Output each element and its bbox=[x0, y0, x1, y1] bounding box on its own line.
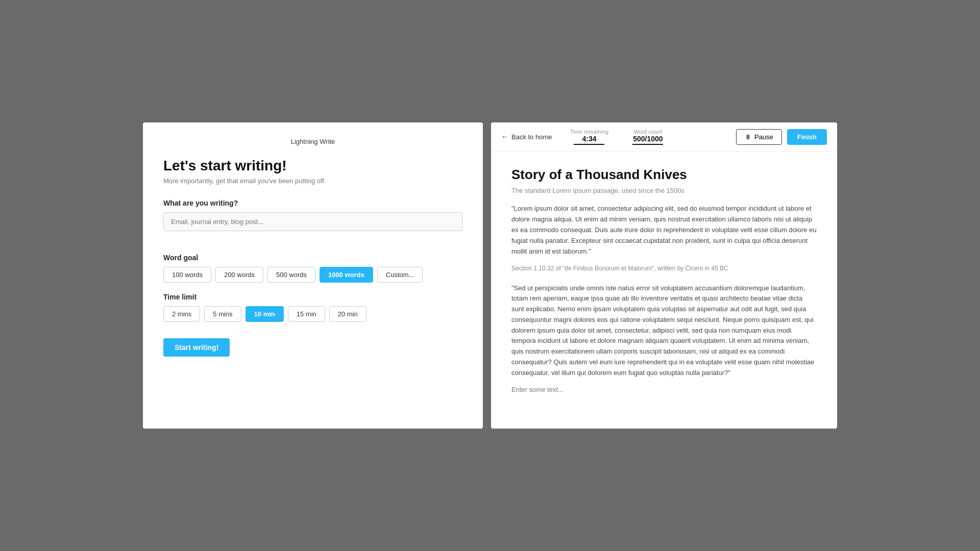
what-section: What are you writing? bbox=[163, 199, 462, 243]
write-area[interactable] bbox=[511, 386, 817, 416]
right-header: ← Back to home Time remaining 4:34 Word … bbox=[491, 122, 837, 152]
time-15min[interactable]: 15 min bbox=[288, 306, 325, 322]
word-goal-custom[interactable]: Custom... bbox=[377, 267, 423, 283]
story-body: "Lorem ipsum dolor sit amet, consectetur… bbox=[511, 204, 817, 378]
finish-button[interactable]: Finish bbox=[787, 129, 827, 145]
word-goal-200[interactable]: 200 words bbox=[215, 267, 263, 283]
pause-button[interactable]: ⏸ Pause bbox=[736, 129, 782, 145]
story-citation: Section 1.10.32 of "de Finibus Bonorum e… bbox=[511, 264, 817, 273]
time-10min[interactable]: 10 min bbox=[246, 306, 284, 322]
time-limit-options: 2 mins 5 mins 10 min 15 min 20 min bbox=[163, 306, 462, 322]
start-button[interactable]: Start writing! bbox=[163, 338, 230, 357]
word-goal-options: 100 words 200 words 500 words 1000 words… bbox=[163, 267, 462, 283]
pause-label: Pause bbox=[754, 133, 773, 141]
story-para1: "Lorem ipsum dolor sit amet, consectetur… bbox=[511, 204, 817, 257]
time-5min[interactable]: 5 mins bbox=[204, 306, 241, 322]
word-goal-label: Word goal bbox=[163, 254, 462, 262]
main-heading: Let's start writing! bbox=[163, 158, 462, 174]
time-2min[interactable]: 2 mins bbox=[163, 306, 200, 322]
story-title: Story of a Thousand Knives bbox=[511, 167, 817, 183]
time-remaining-label: Time remaining bbox=[570, 129, 608, 135]
time-remaining-stat: Time remaining 4:34 bbox=[560, 129, 619, 145]
word-goal-500[interactable]: 500 words bbox=[267, 267, 315, 283]
word-goal-100[interactable]: 100 words bbox=[163, 267, 211, 283]
time-remaining-value: 4:34 bbox=[574, 135, 604, 145]
right-content: Story of a Thousand Knives The standard … bbox=[491, 152, 837, 428]
back-label: Back to home bbox=[511, 133, 552, 141]
word-goal-section: Word goal 100 words 200 words 500 words … bbox=[163, 254, 462, 283]
left-panel: Lightning Write Let's start writing! Mor… bbox=[143, 122, 483, 428]
what-input[interactable] bbox=[163, 212, 462, 231]
time-20min[interactable]: 20 min bbox=[329, 306, 366, 322]
word-count-label: Word count bbox=[633, 129, 662, 135]
subtitle: More importantly, get that email you've … bbox=[163, 177, 462, 185]
app-title: Lightning Write bbox=[163, 138, 462, 145]
pause-icon: ⏸ bbox=[745, 133, 751, 141]
what-label: What are you writing? bbox=[163, 199, 462, 207]
time-limit-section: Time limit 2 mins 5 mins 10 min 15 min 2… bbox=[163, 293, 462, 322]
word-count-value: 500/1000 bbox=[632, 135, 663, 145]
back-arrow-icon: ← bbox=[501, 133, 508, 141]
right-panel: ← Back to home Time remaining 4:34 Word … bbox=[491, 122, 837, 428]
back-to-home-link[interactable]: ← Back to home bbox=[501, 133, 560, 141]
word-count-stat: Word count 500/1000 bbox=[619, 129, 677, 145]
story-subtitle: The standard Lorem Ipsum passage, used s… bbox=[511, 187, 817, 194]
story-para2: "Sed ut perspiciatis unde omnis iste nat… bbox=[511, 283, 817, 379]
word-goal-1000[interactable]: 1000 words bbox=[320, 267, 373, 283]
time-limit-label: Time limit bbox=[163, 293, 462, 301]
